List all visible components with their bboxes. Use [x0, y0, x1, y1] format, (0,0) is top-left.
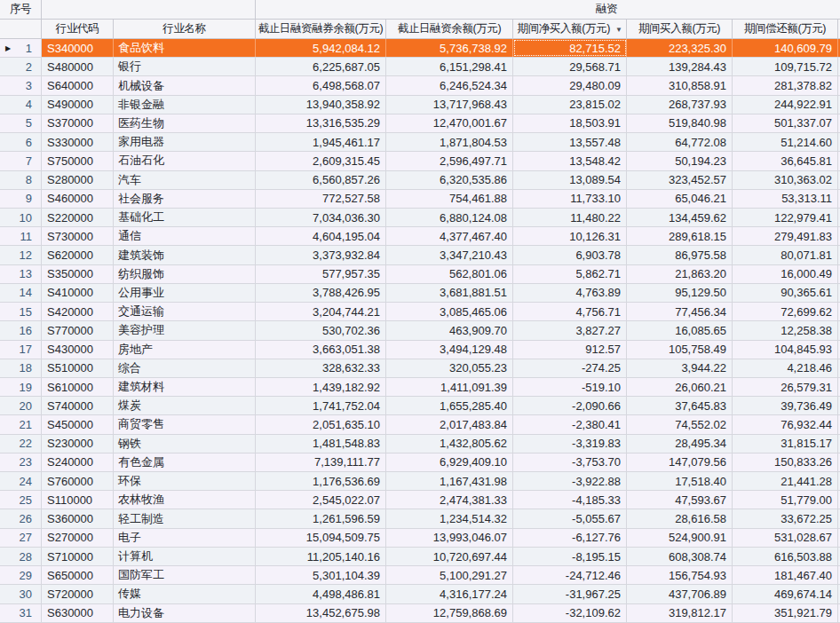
net-buy-cell[interactable]: 5,862.71 [513, 265, 627, 283]
industry-code-cell[interactable]: S340000 [42, 39, 114, 57]
margin-total-balance-cell[interactable]: 328,632.33 [256, 359, 386, 377]
margin-total-balance-cell[interactable]: 530,702.36 [256, 321, 386, 339]
margin-total-balance-cell[interactable]: 15,094,509.75 [256, 529, 386, 547]
financing-balance-cell[interactable]: 12,759,868.69 [386, 604, 513, 622]
buy-amount-cell[interactable]: 74,552.02 [627, 415, 733, 433]
net-buy-cell[interactable]: 29,568.71 [513, 58, 627, 75]
industry-name-cell[interactable]: 非银金融 [114, 96, 256, 114]
table-row[interactable]: ▶ 28 S710000 计算机 11,205,140.16 10,720,69… [0, 548, 840, 566]
financing-balance-cell[interactable]: 5,736,738.92 [386, 39, 513, 57]
industry-name-cell[interactable]: 通信 [114, 227, 256, 245]
net-buy-cell[interactable]: -8,195.15 [513, 548, 627, 565]
margin-total-balance-cell[interactable]: 2,051,635.10 [256, 415, 386, 433]
industry-name-cell[interactable]: 社会服务 [114, 190, 256, 208]
industry-code-cell[interactable]: S430000 [42, 341, 114, 359]
financing-balance-cell[interactable]: 10,720,697.44 [386, 548, 513, 565]
buy-amount-cell[interactable]: 268,737.93 [627, 96, 733, 114]
row-number-cell[interactable]: ▶ 14 [0, 284, 42, 302]
repay-amount-cell[interactable]: 310,363.02 [733, 171, 838, 189]
table-row[interactable]: ▶ 11 S730000 通信 4,604,195.04 4,377,467.4… [0, 227, 840, 246]
row-number-cell[interactable]: ▶ 23 [0, 453, 42, 471]
repay-amount-cell[interactable]: 279,491.83 [733, 227, 838, 245]
repay-amount-cell[interactable]: 72,699.62 [733, 303, 838, 320]
buy-amount-cell[interactable]: 524,900.91 [627, 529, 733, 547]
repay-amount-cell[interactable]: 140,609.79 [733, 39, 838, 57]
repay-amount-cell[interactable]: 4,218.46 [733, 359, 838, 377]
financing-balance-cell[interactable]: 6,151,298.41 [386, 58, 513, 75]
industry-code-cell[interactable]: S480000 [42, 58, 114, 75]
net-buy-cell[interactable]: 82,715.52 [513, 39, 627, 57]
repay-amount-cell[interactable]: 33,672.25 [733, 509, 838, 527]
net-buy-cell[interactable]: 4,763.89 [513, 284, 627, 302]
financing-balance-cell[interactable]: 4,377,467.40 [386, 227, 513, 245]
row-number-cell[interactable]: ▶ 13 [0, 265, 42, 283]
row-number-cell[interactable]: ▶ 15 [0, 303, 42, 320]
row-number-cell[interactable]: ▶ 28 [0, 548, 42, 565]
industry-name-cell[interactable]: 交通运输 [114, 303, 256, 320]
row-number-cell[interactable]: ▶ 18 [0, 359, 42, 377]
repay-amount-cell[interactable]: 501,337.07 [733, 114, 838, 132]
industry-name-cell[interactable]: 建筑材料 [114, 378, 256, 396]
table-row[interactable]: ▶ 10 S220000 基础化工 7,034,036.30 6,880,124… [0, 209, 840, 227]
buy-amount-cell[interactable]: 289,618.15 [627, 227, 733, 245]
financing-balance-cell[interactable]: 6,320,535.86 [386, 171, 513, 189]
industry-name-cell[interactable]: 公用事业 [114, 284, 256, 302]
row-number-cell[interactable]: ▶ 20 [0, 397, 42, 414]
industry-name-cell[interactable]: 国防军工 [114, 566, 256, 584]
table-row[interactable]: ▶ 27 S270000 电子 15,094,509.75 13,993,046… [0, 529, 840, 548]
industry-code-cell[interactable]: S510000 [42, 359, 114, 377]
header-buy-amount[interactable]: 期间买入额(万元) [627, 20, 733, 38]
financing-balance-cell[interactable]: 1,167,431.98 [386, 472, 513, 490]
margin-total-balance-cell[interactable]: 6,560,857.26 [256, 171, 386, 189]
industry-name-cell[interactable]: 有色金属 [114, 453, 256, 471]
net-buy-cell[interactable]: 11,733.10 [513, 190, 627, 208]
financing-balance-cell[interactable]: 4,316,177.24 [386, 585, 513, 603]
industry-name-cell[interactable]: 石油石化 [114, 152, 256, 170]
net-buy-cell[interactable]: -274.25 [513, 359, 627, 377]
buy-amount-cell[interactable]: 37,645.83 [627, 397, 733, 414]
table-row[interactable]: ▶ 6 S330000 家用电器 1,945,461.17 1,871,804.… [0, 133, 840, 152]
net-buy-cell[interactable]: 912.57 [513, 341, 627, 359]
net-buy-cell[interactable]: 23,815.02 [513, 96, 627, 114]
net-buy-cell[interactable]: -4,185.33 [513, 491, 627, 509]
header-industry-name[interactable]: 行业名称 [114, 20, 256, 38]
repay-amount-cell[interactable]: 351,921.79 [733, 604, 838, 622]
margin-total-balance-cell[interactable]: 7,034,036.30 [256, 209, 386, 226]
industry-code-cell[interactable]: S280000 [42, 171, 114, 189]
industry-code-cell[interactable]: S370000 [42, 114, 114, 132]
industry-name-cell[interactable]: 医药生物 [114, 114, 256, 132]
industry-name-cell[interactable]: 电子 [114, 529, 256, 547]
repay-amount-cell[interactable]: 26,579.31 [733, 378, 838, 396]
industry-name-cell[interactable]: 家用电器 [114, 133, 256, 151]
buy-amount-cell[interactable]: 77,456.34 [627, 303, 733, 320]
industry-code-cell[interactable]: S220000 [42, 209, 114, 226]
margin-total-balance-cell[interactable]: 5,301,104.39 [256, 566, 386, 584]
header-financing-balance[interactable]: 截止日融资余额(万元) [386, 20, 513, 38]
table-row[interactable]: ▶ 31 S630000 电力设备 13,452,675.98 12,759,8… [0, 604, 840, 623]
financing-balance-cell[interactable]: 320,055.23 [386, 359, 513, 377]
table-row[interactable]: ▶ 3 S640000 机械设备 6,498,568.07 6,246,524.… [0, 76, 840, 95]
table-row[interactable]: ▶ 30 S720000 传媒 4,498,486.81 4,316,177.2… [0, 585, 840, 603]
row-number-cell[interactable]: ▶ 17 [0, 341, 42, 359]
net-buy-cell[interactable]: 13,557.48 [513, 133, 627, 151]
buy-amount-cell[interactable]: 64,772.08 [627, 133, 733, 151]
financing-balance-cell[interactable]: 1,432,805.62 [386, 435, 513, 453]
repay-amount-cell[interactable]: 76,932.44 [733, 415, 838, 433]
table-row[interactable]: ▶ 15 S420000 交通运输 3,204,744.21 3,085,465… [0, 303, 840, 321]
margin-total-balance-cell[interactable]: 13,316,535.29 [256, 114, 386, 132]
repay-amount-cell[interactable]: 39,736.49 [733, 397, 838, 414]
net-buy-cell[interactable]: 6,903.78 [513, 246, 627, 264]
row-number-cell[interactable]: ▶ 3 [0, 76, 42, 94]
industry-name-cell[interactable]: 计算机 [114, 548, 256, 565]
net-buy-cell[interactable]: -3,753.70 [513, 453, 627, 471]
margin-total-balance-cell[interactable]: 7,139,111.77 [256, 453, 386, 471]
industry-name-cell[interactable]: 商贸零售 [114, 415, 256, 433]
net-buy-cell[interactable]: 3,827.27 [513, 321, 627, 339]
row-number-cell[interactable]: ▶ 6 [0, 133, 42, 151]
buy-amount-cell[interactable]: 437,706.89 [627, 585, 733, 603]
table-row[interactable]: ▶ 9 S460000 社会服务 772,527.58 754,461.88 1… [0, 190, 840, 209]
industry-name-cell[interactable]: 煤炭 [114, 397, 256, 414]
table-row[interactable]: ▶ 19 S610000 建筑材料 1,439,182.92 1,411,091… [0, 378, 840, 397]
industry-code-cell[interactable]: S630000 [42, 604, 114, 622]
buy-amount-cell[interactable]: 3,944.22 [627, 359, 733, 377]
